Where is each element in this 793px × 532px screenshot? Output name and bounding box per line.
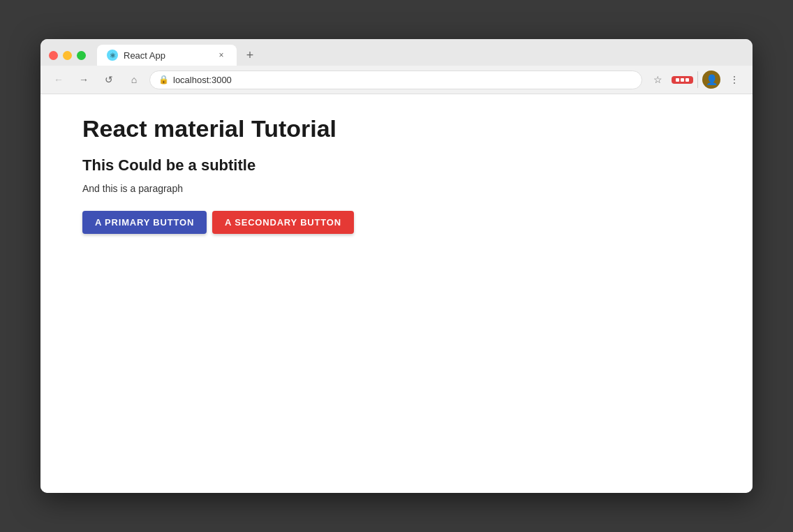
- url-text: localhost:3000: [173, 75, 633, 85]
- page-content: React material Tutorial This Could be a …: [40, 94, 753, 493]
- buttons-row: A PRIMARY BUTTON A SECONDARY BUTTON: [82, 211, 711, 234]
- page-paragraph: And this is a paragraph: [82, 183, 711, 194]
- window-controls: [49, 51, 86, 60]
- new-tab-button[interactable]: +: [239, 45, 260, 66]
- tab-row: ⚛ React App × +: [40, 39, 753, 66]
- address-right: ☆ 👤 ⋮: [648, 70, 744, 89]
- tab-title: React App: [124, 50, 210, 61]
- url-bar[interactable]: 🔒 localhost:3000: [149, 71, 642, 89]
- maximize-button[interactable]: [77, 51, 86, 60]
- secondary-button[interactable]: A SECONDARY BUTTON: [212, 211, 354, 234]
- bookmark-button[interactable]: ☆: [648, 70, 667, 89]
- extensions-button[interactable]: [672, 76, 693, 84]
- minimize-button[interactable]: [63, 51, 72, 60]
- browser-window: ⚛ React App × + ← → ↺ ⌂ 🔒 localh: [40, 39, 753, 493]
- lock-icon: 🔒: [158, 75, 169, 84]
- forward-button[interactable]: →: [74, 70, 94, 89]
- tab-favicon-icon: ⚛: [107, 50, 118, 61]
- home-button[interactable]: ⌂: [124, 70, 144, 89]
- toolbar-divider: [697, 71, 698, 88]
- close-button[interactable]: [49, 51, 58, 60]
- reload-button[interactable]: ↺: [99, 70, 119, 89]
- active-tab[interactable]: ⚛ React App ×: [97, 45, 237, 66]
- page-heading: React material Tutorial: [82, 115, 711, 142]
- profile-button[interactable]: 👤: [702, 71, 720, 89]
- page-subtitle: This Could be a subtitle: [82, 156, 711, 175]
- tab-close-button[interactable]: ×: [216, 50, 227, 61]
- ext-dot-3: [685, 78, 689, 82]
- menu-button[interactable]: ⋮: [725, 70, 744, 89]
- back-button[interactable]: ←: [49, 70, 68, 89]
- ext-dot-1: [676, 78, 679, 82]
- primary-button[interactable]: A PRIMARY BUTTON: [82, 211, 207, 234]
- ext-dot-2: [681, 78, 684, 82]
- address-bar: ← → ↺ ⌂ 🔒 localhost:3000 ☆: [40, 66, 753, 94]
- title-bar: ⚛ React App × + ← → ↺ ⌂ 🔒 localh: [40, 39, 753, 94]
